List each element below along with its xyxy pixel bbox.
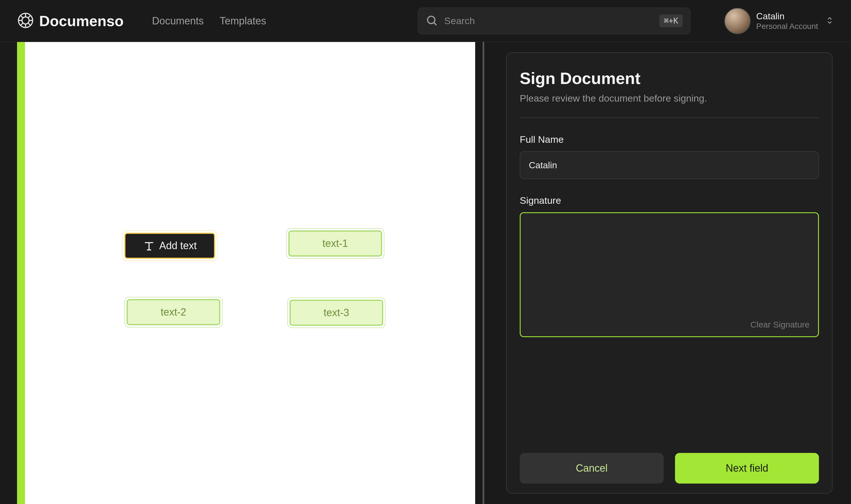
field-text-1[interactable]: text-1 — [288, 230, 382, 256]
side-panel-wrapper: Sign Document Please review the document… — [485, 42, 851, 504]
document-page[interactable]: Add text text-1 text-2 text-3 — [25, 42, 475, 504]
field-text-3[interactable]: text-3 — [289, 300, 383, 326]
field-text-2-label: text-2 — [161, 306, 186, 318]
signature-pad[interactable]: Clear Signature — [520, 212, 819, 337]
top-nav: Documents Templates — [152, 15, 266, 27]
signature-label: Signature — [520, 195, 561, 206]
page-progress-indicator — [17, 42, 25, 504]
signature-section: Signature Clear Signature — [520, 195, 819, 337]
clear-signature-button[interactable]: Clear Signature — [750, 320, 810, 329]
signature-label-row: Signature — [520, 195, 819, 206]
panel-divider — [520, 118, 819, 118]
app-header: Documenso Documents Templates ⌘+K Catali… — [0, 0, 851, 42]
brand-name: Documenso — [39, 13, 124, 30]
pane-divider[interactable] — [482, 42, 484, 504]
panel-actions: Cancel Next field — [520, 439, 819, 484]
field-text-1-label: text-1 — [322, 237, 348, 249]
cancel-button[interactable]: Cancel — [520, 453, 664, 484]
account-name: Catalin — [756, 11, 818, 22]
search-bar[interactable]: ⌘+K — [418, 8, 690, 34]
search-input[interactable] — [444, 15, 653, 26]
field-add-text[interactable]: Add text — [124, 233, 215, 259]
sign-panel: Sign Document Please review the document… — [506, 52, 833, 494]
svg-point-2 — [427, 16, 435, 23]
panel-title: Sign Document — [520, 69, 819, 88]
account-menu[interactable]: Catalin Personal Account — [724, 8, 834, 34]
field-text-2[interactable]: text-2 — [127, 299, 220, 325]
panel-subtitle: Please review the document before signin… — [520, 93, 819, 104]
nav-templates[interactable]: Templates — [220, 15, 266, 27]
next-field-button[interactable]: Next field — [675, 453, 819, 484]
nav-documents[interactable]: Documents — [152, 15, 204, 27]
search-shortcut: ⌘+K — [659, 15, 683, 27]
account-subtitle: Personal Account — [756, 22, 818, 31]
chevron-up-down-icon — [824, 16, 834, 26]
brand[interactable]: Documenso — [17, 12, 124, 30]
svg-line-3 — [434, 22, 436, 25]
main: Add text text-1 text-2 text-3 Sign Docum… — [0, 42, 851, 504]
field-add-text-label: Add text — [159, 240, 197, 252]
document-viewer: Add text text-1 text-2 text-3 — [0, 42, 485, 504]
account-text: Catalin Personal Account — [756, 11, 818, 31]
avatar — [724, 8, 750, 34]
full-name-label: Full Name — [520, 134, 819, 145]
full-name-input[interactable] — [520, 151, 819, 179]
brand-logo-icon — [17, 12, 34, 30]
field-text-3-label: text-3 — [324, 307, 349, 319]
search-icon — [425, 14, 438, 28]
svg-point-1 — [22, 17, 29, 24]
